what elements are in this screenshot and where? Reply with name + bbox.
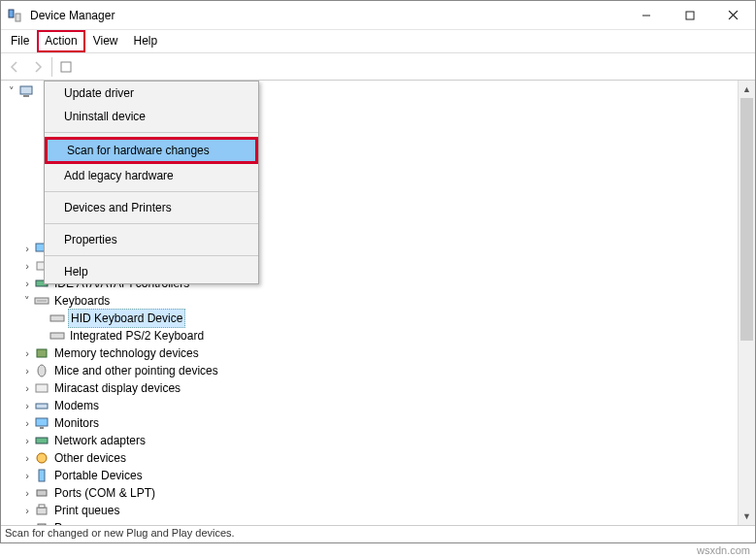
svg-rect-8 [23,95,29,97]
svg-rect-20 [36,418,48,426]
menu-help[interactable]: Help [126,30,166,52]
back-button[interactable] [3,55,26,79]
svg-rect-6 [61,62,71,72]
menu-uninstall-device[interactable]: Uninstall device [45,105,258,128]
watermark: wsxdn.com [697,544,750,556]
portable-icon [34,468,49,483]
menu-add-legacy-hardware[interactable]: Add legacy hardware [45,164,258,187]
printer-icon [34,503,49,518]
port-icon [34,485,49,501]
tree-label: Other devices [52,449,128,467]
expand-toggle[interactable]: › [20,467,34,484]
tree-label: Print queues [52,502,121,519]
tree-label: Modems [52,397,101,414]
menu-label: Scan for hardware changes [67,142,210,159]
toolbar-icon-1[interactable] [54,55,78,79]
tree-label: Memory technology devices [52,345,201,362]
svg-rect-1 [16,14,20,21]
svg-rect-0 [9,10,14,17]
expand-toggle[interactable]: › [20,449,34,467]
tree-node-other[interactable]: › Other devices [5,449,738,467]
tree-node-ps2-keyboard[interactable]: Integrated PS/2 Keyboard [5,327,738,345]
expand-toggle[interactable]: › [20,414,34,432]
minimize-button[interactable] [624,1,668,30]
svg-point-17 [38,365,46,377]
toolbar-separator [51,57,52,77]
computer-icon [18,83,34,99]
menu-devices-and-printers[interactable]: Devices and Printers [45,196,258,219]
tree-node-portable[interactable]: › Portable Devices [5,467,738,484]
mouse-icon [34,363,49,378]
menu-update-driver[interactable]: Update driver [45,82,258,105]
tree-node-keyboards[interactable]: ˅ Keyboards [5,292,738,310]
scroll-down-arrow[interactable]: ▼ [739,508,755,525]
expand-toggle[interactable]: › [20,432,34,449]
menu-help[interactable]: Help [45,260,258,283]
menu-separator [45,223,258,224]
cpu-icon [34,520,49,525]
tree-label: Mice and other pointing devices [52,362,220,379]
menu-separator [45,191,258,192]
svg-rect-3 [686,12,694,19]
expand-toggle[interactable]: ˅ [5,82,18,100]
tree-node-hid-keyboard[interactable]: HID Keyboard Device [5,310,738,327]
miracast-icon [34,380,49,396]
tree-node-ports[interactable]: › Ports (COM & LPT) [5,484,738,502]
svg-rect-26 [37,508,47,514]
svg-rect-15 [50,333,64,339]
svg-rect-18 [36,384,48,392]
svg-rect-16 [37,349,47,357]
expand-toggle[interactable]: › [20,345,34,362]
menu-file[interactable]: File [3,30,37,52]
keyboard-icon [49,328,65,344]
expand-toggle[interactable]: › [20,240,34,257]
expand-toggle[interactable]: › [20,362,34,379]
menu-properties[interactable]: Properties [45,228,258,251]
tree-label: Integrated PS/2 Keyboard [68,327,206,345]
vertical-scrollbar[interactable]: ▲ ▼ [738,81,755,525]
expand-toggle[interactable]: › [20,519,34,525]
action-menu-dropdown: Update driver Uninstall device Scan for … [44,81,259,284]
tree-node-modems[interactable]: › Modems [5,397,738,414]
toolbar [1,53,755,81]
svg-rect-14 [50,315,64,321]
tree-node-memory-tech[interactable]: › Memory technology devices [5,345,738,362]
network-icon [34,433,49,448]
expand-toggle[interactable]: › [20,502,34,519]
window-controls [624,1,755,30]
other-icon [34,450,49,466]
scroll-thumb[interactable] [740,98,753,341]
tree-label: Keyboards [52,292,112,310]
tree-node-miracast[interactable]: › Miracast display devices [5,379,738,397]
window-frame: Device Manager File Action View Help [0,0,756,543]
window-title: Device Manager [28,9,624,22]
svg-rect-25 [37,490,47,496]
tree-node-network[interactable]: › Network adapters [5,432,738,449]
svg-rect-19 [36,404,48,409]
expand-toggle[interactable]: › [20,379,34,397]
expand-toggle[interactable]: › [20,397,34,414]
maximize-button[interactable] [668,1,711,30]
tree-node-monitors[interactable]: › Monitors [5,414,738,432]
client-area: ˅ › Display adapters › Human Interface D… [1,81,755,525]
tree-node-print-queues[interactable]: › Print queues [5,502,738,519]
scroll-up-arrow[interactable]: ▲ [739,81,755,98]
menu-view[interactable]: View [85,30,126,52]
expand-toggle[interactable]: ˅ [20,292,34,310]
chip-icon [34,345,49,361]
tree-node-processors[interactable]: › Processors [5,519,738,525]
menu-action[interactable]: Action [37,30,84,52]
expand-toggle[interactable]: › [20,257,34,275]
menu-scan-hardware-changes[interactable]: Scan for hardware changes [45,137,258,164]
svg-rect-28 [38,524,46,525]
modem-icon [34,398,49,413]
tree-label: Ports (COM & LPT) [52,484,157,502]
monitor-icon [34,415,49,431]
close-button[interactable] [711,1,755,30]
status-bar: Scan for changed or new Plug and Play de… [1,525,755,542]
expand-toggle[interactable]: › [20,275,34,292]
tree-node-mice[interactable]: › Mice and other pointing devices [5,362,738,379]
expand-toggle[interactable]: › [20,484,34,502]
keyboard-icon [49,311,65,326]
forward-button[interactable] [26,55,49,79]
